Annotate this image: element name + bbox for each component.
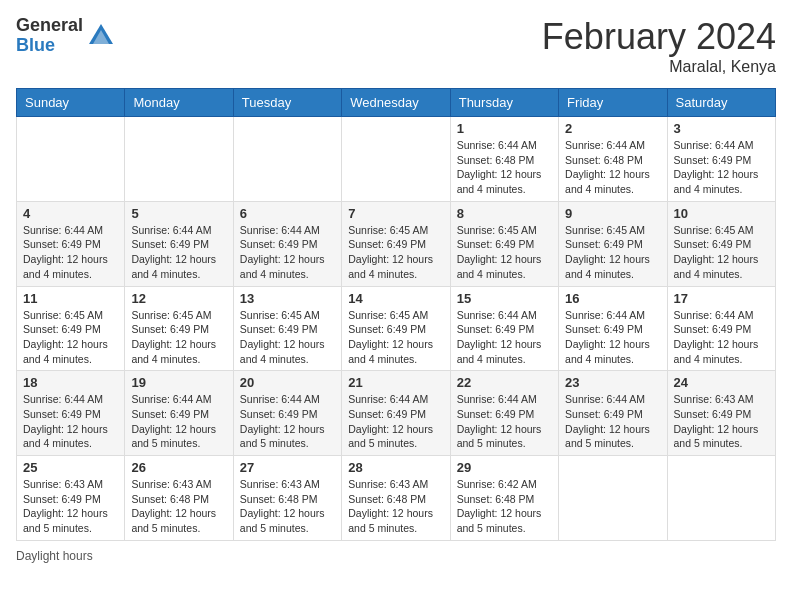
- day-cell-19: 19Sunrise: 6:44 AMSunset: 6:49 PMDayligh…: [125, 371, 233, 456]
- day-info: Sunrise: 6:44 AMSunset: 6:49 PMDaylight:…: [348, 392, 443, 451]
- day-cell-13: 13Sunrise: 6:45 AMSunset: 6:49 PMDayligh…: [233, 286, 341, 371]
- day-number: 4: [23, 206, 118, 221]
- day-info: Sunrise: 6:44 AMSunset: 6:49 PMDaylight:…: [131, 223, 226, 282]
- day-cell-15: 15Sunrise: 6:44 AMSunset: 6:49 PMDayligh…: [450, 286, 558, 371]
- day-number: 20: [240, 375, 335, 390]
- weekday-header-row: SundayMondayTuesdayWednesdayThursdayFrid…: [17, 89, 776, 117]
- day-info: Sunrise: 6:43 AMSunset: 6:48 PMDaylight:…: [131, 477, 226, 536]
- day-number: 16: [565, 291, 660, 306]
- day-cell-7: 7Sunrise: 6:45 AMSunset: 6:49 PMDaylight…: [342, 201, 450, 286]
- day-cell-6: 6Sunrise: 6:44 AMSunset: 6:49 PMDaylight…: [233, 201, 341, 286]
- week-row-5: 25Sunrise: 6:43 AMSunset: 6:49 PMDayligh…: [17, 456, 776, 541]
- day-number: 29: [457, 460, 552, 475]
- day-info: Sunrise: 6:42 AMSunset: 6:48 PMDaylight:…: [457, 477, 552, 536]
- day-cell-28: 28Sunrise: 6:43 AMSunset: 6:48 PMDayligh…: [342, 456, 450, 541]
- day-number: 10: [674, 206, 769, 221]
- title-block: February 2024 Maralal, Kenya: [542, 16, 776, 76]
- day-number: 11: [23, 291, 118, 306]
- day-cell-5: 5Sunrise: 6:44 AMSunset: 6:49 PMDaylight…: [125, 201, 233, 286]
- day-cell-20: 20Sunrise: 6:44 AMSunset: 6:49 PMDayligh…: [233, 371, 341, 456]
- page-container: General Blue February 2024 Maralal, Keny…: [16, 16, 776, 563]
- day-cell-4: 4Sunrise: 6:44 AMSunset: 6:49 PMDaylight…: [17, 201, 125, 286]
- day-number: 1: [457, 121, 552, 136]
- logo-general: General: [16, 16, 83, 36]
- day-cell-23: 23Sunrise: 6:44 AMSunset: 6:49 PMDayligh…: [559, 371, 667, 456]
- day-number: 24: [674, 375, 769, 390]
- day-info: Sunrise: 6:44 AMSunset: 6:49 PMDaylight:…: [23, 392, 118, 451]
- day-cell-14: 14Sunrise: 6:45 AMSunset: 6:49 PMDayligh…: [342, 286, 450, 371]
- day-number: 15: [457, 291, 552, 306]
- logo-blue: Blue: [16, 36, 83, 56]
- day-info: Sunrise: 6:45 AMSunset: 6:49 PMDaylight:…: [348, 308, 443, 367]
- day-info: Sunrise: 6:43 AMSunset: 6:48 PMDaylight:…: [240, 477, 335, 536]
- day-cell-16: 16Sunrise: 6:44 AMSunset: 6:49 PMDayligh…: [559, 286, 667, 371]
- day-info: Sunrise: 6:44 AMSunset: 6:49 PMDaylight:…: [240, 223, 335, 282]
- day-info: Sunrise: 6:45 AMSunset: 6:49 PMDaylight:…: [565, 223, 660, 282]
- day-number: 23: [565, 375, 660, 390]
- day-number: 22: [457, 375, 552, 390]
- day-cell-empty: [17, 117, 125, 202]
- day-number: 28: [348, 460, 443, 475]
- day-cell-24: 24Sunrise: 6:43 AMSunset: 6:49 PMDayligh…: [667, 371, 775, 456]
- header: General Blue February 2024 Maralal, Keny…: [16, 16, 776, 76]
- day-cell-29: 29Sunrise: 6:42 AMSunset: 6:48 PMDayligh…: [450, 456, 558, 541]
- day-info: Sunrise: 6:45 AMSunset: 6:49 PMDaylight:…: [23, 308, 118, 367]
- day-info: Sunrise: 6:43 AMSunset: 6:49 PMDaylight:…: [23, 477, 118, 536]
- day-info: Sunrise: 6:44 AMSunset: 6:48 PMDaylight:…: [565, 138, 660, 197]
- day-info: Sunrise: 6:44 AMSunset: 6:49 PMDaylight:…: [457, 308, 552, 367]
- day-cell-empty: [342, 117, 450, 202]
- week-row-1: 1Sunrise: 6:44 AMSunset: 6:48 PMDaylight…: [17, 117, 776, 202]
- weekday-header-sunday: Sunday: [17, 89, 125, 117]
- day-number: 9: [565, 206, 660, 221]
- day-info: Sunrise: 6:44 AMSunset: 6:49 PMDaylight:…: [674, 308, 769, 367]
- day-info: Sunrise: 6:44 AMSunset: 6:49 PMDaylight:…: [457, 392, 552, 451]
- daylight-label: Daylight hours: [16, 549, 93, 563]
- day-info: Sunrise: 6:44 AMSunset: 6:49 PMDaylight:…: [674, 138, 769, 197]
- day-cell-27: 27Sunrise: 6:43 AMSunset: 6:48 PMDayligh…: [233, 456, 341, 541]
- day-info: Sunrise: 6:45 AMSunset: 6:49 PMDaylight:…: [240, 308, 335, 367]
- weekday-header-thursday: Thursday: [450, 89, 558, 117]
- day-number: 7: [348, 206, 443, 221]
- day-cell-2: 2Sunrise: 6:44 AMSunset: 6:48 PMDaylight…: [559, 117, 667, 202]
- day-cell-3: 3Sunrise: 6:44 AMSunset: 6:49 PMDaylight…: [667, 117, 775, 202]
- week-row-4: 18Sunrise: 6:44 AMSunset: 6:49 PMDayligh…: [17, 371, 776, 456]
- day-info: Sunrise: 6:45 AMSunset: 6:49 PMDaylight:…: [457, 223, 552, 282]
- day-cell-10: 10Sunrise: 6:45 AMSunset: 6:49 PMDayligh…: [667, 201, 775, 286]
- weekday-header-monday: Monday: [125, 89, 233, 117]
- day-number: 26: [131, 460, 226, 475]
- footer: Daylight hours: [16, 549, 776, 563]
- day-number: 5: [131, 206, 226, 221]
- weekday-header-friday: Friday: [559, 89, 667, 117]
- day-number: 13: [240, 291, 335, 306]
- day-number: 21: [348, 375, 443, 390]
- day-number: 14: [348, 291, 443, 306]
- location: Maralal, Kenya: [542, 58, 776, 76]
- logo: General Blue: [16, 16, 115, 56]
- day-number: 6: [240, 206, 335, 221]
- day-cell-8: 8Sunrise: 6:45 AMSunset: 6:49 PMDaylight…: [450, 201, 558, 286]
- day-cell-9: 9Sunrise: 6:45 AMSunset: 6:49 PMDaylight…: [559, 201, 667, 286]
- day-cell-12: 12Sunrise: 6:45 AMSunset: 6:49 PMDayligh…: [125, 286, 233, 371]
- day-cell-17: 17Sunrise: 6:44 AMSunset: 6:49 PMDayligh…: [667, 286, 775, 371]
- weekday-header-saturday: Saturday: [667, 89, 775, 117]
- day-info: Sunrise: 6:44 AMSunset: 6:48 PMDaylight:…: [457, 138, 552, 197]
- day-info: Sunrise: 6:43 AMSunset: 6:49 PMDaylight:…: [674, 392, 769, 451]
- week-row-2: 4Sunrise: 6:44 AMSunset: 6:49 PMDaylight…: [17, 201, 776, 286]
- day-cell-18: 18Sunrise: 6:44 AMSunset: 6:49 PMDayligh…: [17, 371, 125, 456]
- week-row-3: 11Sunrise: 6:45 AMSunset: 6:49 PMDayligh…: [17, 286, 776, 371]
- day-info: Sunrise: 6:44 AMSunset: 6:49 PMDaylight:…: [131, 392, 226, 451]
- day-cell-26: 26Sunrise: 6:43 AMSunset: 6:48 PMDayligh…: [125, 456, 233, 541]
- logo-icon: [87, 22, 115, 50]
- day-cell-empty: [559, 456, 667, 541]
- day-info: Sunrise: 6:44 AMSunset: 6:49 PMDaylight:…: [565, 308, 660, 367]
- day-cell-empty: [667, 456, 775, 541]
- day-info: Sunrise: 6:45 AMSunset: 6:49 PMDaylight:…: [674, 223, 769, 282]
- day-cell-1: 1Sunrise: 6:44 AMSunset: 6:48 PMDaylight…: [450, 117, 558, 202]
- day-number: 8: [457, 206, 552, 221]
- day-number: 3: [674, 121, 769, 136]
- weekday-header-tuesday: Tuesday: [233, 89, 341, 117]
- day-cell-21: 21Sunrise: 6:44 AMSunset: 6:49 PMDayligh…: [342, 371, 450, 456]
- day-cell-empty: [125, 117, 233, 202]
- day-cell-11: 11Sunrise: 6:45 AMSunset: 6:49 PMDayligh…: [17, 286, 125, 371]
- day-info: Sunrise: 6:44 AMSunset: 6:49 PMDaylight:…: [240, 392, 335, 451]
